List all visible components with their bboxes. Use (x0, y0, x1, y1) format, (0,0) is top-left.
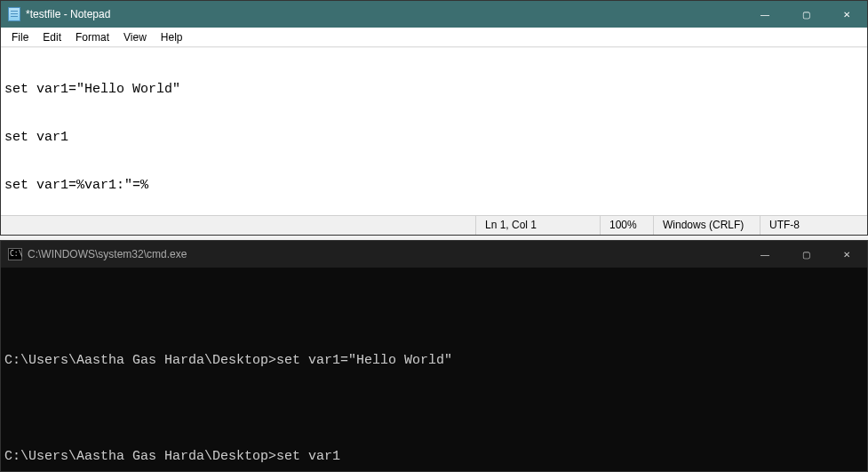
editor-line: set var1=%var1:"=% (4, 178, 864, 194)
cmd-title: C:\WINDOWS\system32\cmd.exe (28, 248, 187, 260)
close-button[interactable]: ✕ (826, 241, 867, 268)
cmd-window: C:\ C:\WINDOWS\system32\cmd.exe — ▢ ✕ C:… (0, 240, 868, 472)
menu-view[interactable]: View (116, 29, 154, 45)
cmd-titlebar[interactable]: C:\ C:\WINDOWS\system32\cmd.exe — ▢ ✕ (1, 241, 867, 268)
minimize-button[interactable]: — (745, 241, 785, 268)
notepad-titlebar[interactable]: *testfile - Notepad — ▢ ✕ (1, 1, 867, 28)
menu-help[interactable]: Help (154, 29, 190, 45)
status-encoding: UTF-8 (760, 216, 867, 235)
status-zoom: 100% (601, 216, 654, 235)
maximize-button[interactable]: ▢ (785, 241, 826, 268)
notepad-statusbar: Ln 1, Col 1 100% Windows (CRLF) UTF-8 (1, 215, 867, 235)
notepad-menubar: File Edit Format View Help (1, 28, 867, 47)
editor-line: set var1 (4, 130, 864, 146)
status-spacer (1, 216, 476, 235)
notepad-icon (8, 7, 20, 21)
menu-file[interactable]: File (4, 29, 36, 45)
terminal-line (4, 401, 864, 417)
minimize-button[interactable]: — (745, 1, 785, 28)
terminal-line (4, 305, 864, 321)
terminal-line: C:\Users\Aastha Gas Harda\Desktop>set va… (4, 353, 864, 369)
notepad-window-controls: — ▢ ✕ (745, 1, 867, 28)
status-eol: Windows (CRLF) (654, 216, 760, 235)
maximize-button[interactable]: ▢ (785, 1, 826, 28)
terminal-line: C:\Users\Aastha Gas Harda\Desktop>set va… (4, 449, 864, 465)
notepad-title: *testfile - Notepad (26, 8, 110, 20)
notepad-window: *testfile - Notepad — ▢ ✕ File Edit Form… (0, 0, 868, 236)
status-position: Ln 1, Col 1 (476, 216, 601, 235)
cmd-terminal[interactable]: C:\Users\Aastha Gas Harda\Desktop>set va… (1, 268, 867, 471)
editor-line: set var1="Hello World" (4, 82, 864, 98)
cmd-icon: C:\ (8, 248, 22, 260)
notepad-editor[interactable]: set var1="Hello World" set var1 set var1… (1, 47, 867, 215)
menu-format[interactable]: Format (68, 29, 116, 45)
cmd-window-controls: — ▢ ✕ (745, 241, 867, 268)
close-button[interactable]: ✕ (826, 1, 867, 28)
menu-edit[interactable]: Edit (36, 29, 68, 45)
